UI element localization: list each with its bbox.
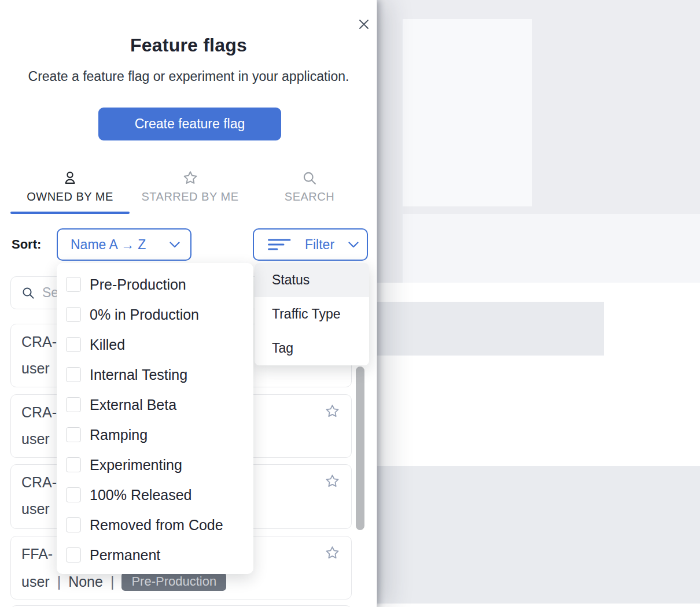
filter-lines-icon xyxy=(268,238,291,251)
flag-name: CRA- xyxy=(21,334,57,350)
flag-traffic-type: user xyxy=(21,501,50,517)
close-icon[interactable] xyxy=(356,17,371,32)
tab-label: OWNED BY ME xyxy=(27,190,113,203)
option-label: Killed xyxy=(90,336,125,353)
page-title: Feature flags xyxy=(0,35,377,56)
option-label: Permanent xyxy=(90,547,160,564)
status-badge: Pre-Production xyxy=(121,572,226,591)
create-feature-flag-button[interactable]: Create feature flag xyxy=(98,108,281,140)
flag-tags: None xyxy=(68,573,103,590)
option-label: External Beta xyxy=(90,397,176,413)
checkbox[interactable] xyxy=(66,487,81,502)
background-block xyxy=(377,302,604,356)
status-filter-menu: Pre-Production 0% in Production Killed I… xyxy=(57,263,253,574)
divider: | xyxy=(57,573,61,590)
page-subtitle: Create a feature flag or experiment in y… xyxy=(0,69,377,84)
status-option-0-in-production[interactable]: 0% in Production xyxy=(57,299,253,330)
status-option-ramping[interactable]: Ramping xyxy=(57,420,253,450)
person-icon xyxy=(62,170,78,186)
flag-traffic-type: user xyxy=(21,360,50,377)
scrollbar-thumb[interactable] xyxy=(356,367,364,530)
tab-search[interactable]: SEARCH xyxy=(257,170,362,203)
star-icon[interactable] xyxy=(325,473,340,489)
status-option-external-beta[interactable]: External Beta xyxy=(57,390,253,420)
option-label: Ramping xyxy=(90,427,148,443)
filter-category-menu: Status Traffic Type Tag xyxy=(255,263,369,365)
checkbox[interactable] xyxy=(66,547,81,562)
status-option-experimenting[interactable]: Experimenting xyxy=(57,450,253,480)
flag-name: CRA- xyxy=(21,404,57,421)
star-icon[interactable] xyxy=(325,404,340,419)
option-label: 0% in Production xyxy=(90,306,199,323)
background-page xyxy=(377,0,700,607)
filter-dropdown[interactable]: Filter xyxy=(253,228,368,261)
background-block xyxy=(403,19,532,206)
flag-name: FFA- xyxy=(21,546,53,562)
status-option-pre-production[interactable]: Pre-Production xyxy=(57,269,253,299)
option-label: Internal Testing xyxy=(90,367,187,383)
background-block xyxy=(377,466,700,604)
search-icon xyxy=(21,286,35,300)
chevron-down-icon xyxy=(170,242,180,248)
status-option-permanent[interactable]: Permanent xyxy=(57,540,253,570)
option-label: Experimenting xyxy=(90,457,182,473)
search-icon xyxy=(301,170,318,186)
chevron-down-icon xyxy=(348,242,359,248)
option-label: 100% Released xyxy=(90,487,192,504)
option-label: Removed from Code xyxy=(90,517,223,534)
checkbox[interactable] xyxy=(66,397,81,412)
tab-label: STARRED BY ME xyxy=(141,190,238,203)
tab-owned-by-me[interactable]: OWNED BY ME xyxy=(10,170,130,203)
divider: | xyxy=(110,573,115,590)
checkbox[interactable] xyxy=(66,277,81,292)
feature-flags-panel: Feature flags Create a feature flag or e… xyxy=(0,0,377,607)
checkbox[interactable] xyxy=(66,427,81,442)
flag-traffic-type: user xyxy=(21,573,50,590)
filter-item-traffic-type[interactable]: Traffic Type xyxy=(255,297,369,331)
flag-name: CRA- xyxy=(21,474,57,491)
checkbox[interactable] xyxy=(66,457,81,472)
filter-item-status[interactable]: Status xyxy=(255,263,369,297)
sort-dropdown[interactable]: Name A → Z xyxy=(57,228,191,261)
status-option-removed-from-code[interactable]: Removed from Code xyxy=(57,510,253,540)
active-tab-underline xyxy=(10,212,130,214)
status-option-killed[interactable]: Killed xyxy=(57,330,253,360)
sort-label: Sort: xyxy=(12,237,41,252)
option-label: Pre-Production xyxy=(90,276,186,293)
checkbox[interactable] xyxy=(66,367,81,382)
sort-value: Name A → Z xyxy=(71,237,146,253)
status-option-internal-testing[interactable]: Internal Testing xyxy=(57,360,253,390)
checkbox[interactable] xyxy=(66,307,81,322)
star-icon[interactable] xyxy=(325,545,340,561)
filter-item-tag[interactable]: Tag xyxy=(255,331,369,365)
checkbox[interactable] xyxy=(66,517,81,532)
status-option-100-released[interactable]: 100% Released xyxy=(57,480,253,510)
tab-starred-by-me[interactable]: STARRED BY ME xyxy=(135,170,245,203)
filter-label: Filter xyxy=(299,237,340,253)
checkbox[interactable] xyxy=(66,337,81,352)
flag-traffic-type: user xyxy=(21,431,50,447)
tab-label: SEARCH xyxy=(285,190,334,203)
star-icon xyxy=(182,170,198,186)
background-block xyxy=(403,214,700,283)
